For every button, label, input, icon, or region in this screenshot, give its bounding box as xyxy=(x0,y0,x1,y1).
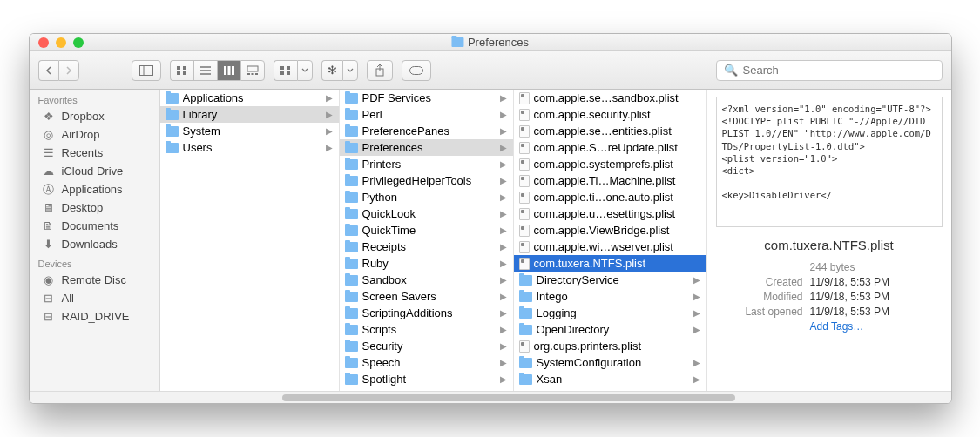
file-row[interactable]: OpenDirectory▶ xyxy=(514,321,706,338)
file-row[interactable]: com.tuxera.NTFS.plist xyxy=(514,255,706,272)
file-row[interactable]: com.apple.se…sandbox.plist xyxy=(514,90,706,106)
file-row[interactable]: Library▶ xyxy=(160,106,339,123)
file-row[interactable]: Screen Savers▶ xyxy=(340,288,513,305)
file-row[interactable]: PrivilegedHelperTools▶ xyxy=(340,172,513,189)
sidebar-item[interactable]: ⊟RAID_DRIVE xyxy=(30,307,159,326)
arrange-menu[interactable] xyxy=(274,60,313,81)
file-row[interactable]: com.apple.wi…wserver.plist xyxy=(514,239,706,255)
list-view-button[interactable] xyxy=(193,60,217,81)
file-row[interactable]: PDF Services▶ xyxy=(340,90,513,106)
add-tags-link[interactable]: Add Tags… xyxy=(810,320,864,333)
chevron-right-icon: ▶ xyxy=(326,143,335,152)
zoom-button[interactable] xyxy=(73,37,84,48)
sidebar-toggle-button[interactable] xyxy=(132,60,161,81)
svg-rect-14 xyxy=(251,73,253,75)
file-row[interactable]: QuickTime▶ xyxy=(340,222,513,239)
file-row[interactable]: Intego▶ xyxy=(514,288,706,305)
file-row[interactable]: Users▶ xyxy=(160,139,339,156)
plist-icon xyxy=(519,158,530,171)
file-row[interactable]: org.cups.printers.plist xyxy=(514,338,706,354)
file-row[interactable]: com.apple.S…reUpdate.plist xyxy=(514,139,706,156)
file-row[interactable]: Perl▶ xyxy=(340,106,513,123)
file-row[interactable]: Scripts▶ xyxy=(340,321,513,338)
folder-icon xyxy=(519,275,532,286)
tags-button[interactable] xyxy=(402,60,431,81)
file-row[interactable]: PreferencePanes▶ xyxy=(340,123,513,139)
file-row[interactable]: com.apple.security.plist xyxy=(514,106,706,123)
chevron-right-icon: ▶ xyxy=(500,341,510,351)
column-view-button[interactable] xyxy=(217,60,240,81)
file-row[interactable]: Sandbox▶ xyxy=(340,272,513,288)
plist-icon xyxy=(519,241,530,253)
opened-label: Last opened xyxy=(716,306,803,318)
chevron-right-icon: ▶ xyxy=(500,143,510,152)
horizontal-scrollbar[interactable] xyxy=(30,391,951,403)
file-row[interactable]: DirectoryService▶ xyxy=(514,272,706,288)
chevron-right-icon: ▶ xyxy=(500,126,510,136)
icon-view-button[interactable] xyxy=(170,60,193,81)
sidebar-item[interactable]: 🖥Desktop xyxy=(30,198,159,217)
chevron-right-icon: ▶ xyxy=(326,110,335,119)
chevron-right-icon: ▶ xyxy=(500,176,510,185)
file-row[interactable]: Preferences▶ xyxy=(340,139,513,156)
sidebar-item[interactable]: ☁iCloud Drive xyxy=(30,162,159,180)
modified-value: 11/9/18, 5:53 PM xyxy=(810,291,889,303)
window-title: Preferences xyxy=(451,36,529,49)
action-menu[interactable]: ✻ xyxy=(321,60,358,81)
forward-button[interactable] xyxy=(58,60,79,81)
minimize-button[interactable] xyxy=(56,37,66,48)
sidebar-item[interactable]: ☰Recents xyxy=(30,144,159,162)
file-row[interactable]: Ruby▶ xyxy=(340,255,513,272)
search-field[interactable]: 🔍 xyxy=(716,60,943,81)
sidebar: Favorites❖Dropbox◎AirDrop☰Recents☁iCloud… xyxy=(30,90,160,391)
sidebar-item[interactable]: ◎AirDrop xyxy=(30,125,159,144)
sidebar-item[interactable]: ❖Dropbox xyxy=(30,107,159,125)
file-row[interactable]: SystemConfiguration▶ xyxy=(514,354,706,371)
gallery-view-button[interactable] xyxy=(240,60,265,81)
file-row[interactable]: Python▶ xyxy=(340,189,513,205)
file-row[interactable]: ScriptingAdditions▶ xyxy=(340,305,513,321)
file-row[interactable]: Receipts▶ xyxy=(340,239,513,255)
folder-icon xyxy=(166,143,179,153)
file-name: ScriptingAdditions xyxy=(362,306,496,319)
file-row[interactable]: Applications▶ xyxy=(160,90,339,106)
chevron-right-icon: ▶ xyxy=(693,325,703,334)
file-row[interactable]: Logging▶ xyxy=(514,305,706,321)
file-name: Xsan xyxy=(537,373,689,386)
back-button[interactable] xyxy=(38,60,58,81)
scrollbar-thumb[interactable] xyxy=(282,394,735,401)
file-row[interactable]: QuickLook▶ xyxy=(340,205,513,222)
file-row[interactable]: Printers▶ xyxy=(340,156,513,172)
sidebar-item[interactable]: ⒶApplications xyxy=(30,180,159,198)
svg-rect-4 xyxy=(177,71,180,75)
file-row[interactable]: Xsan▶ xyxy=(514,371,706,387)
folder-icon xyxy=(519,358,532,368)
file-row[interactable]: System▶ xyxy=(160,123,339,139)
sidebar-item[interactable]: ⬇Downloads xyxy=(30,235,159,253)
file-row[interactable]: com.apple.se…entities.plist xyxy=(514,123,706,139)
svg-rect-10 xyxy=(227,66,230,75)
chevron-right-icon: ▶ xyxy=(693,358,703,367)
sidebar-item[interactable]: ◉Remote Disc xyxy=(30,271,159,289)
search-input[interactable] xyxy=(743,64,935,77)
file-row[interactable]: Spotlight▶ xyxy=(340,371,513,387)
close-button[interactable] xyxy=(38,37,49,48)
airdrop-icon: ◎ xyxy=(42,128,56,141)
file-row[interactable]: com.apple.systemprefs.plist xyxy=(514,156,706,172)
file-row[interactable]: com.apple.ViewBridge.plist xyxy=(514,222,706,239)
share-button[interactable] xyxy=(367,60,393,81)
cloud-icon: ☁ xyxy=(42,165,56,178)
svg-rect-11 xyxy=(232,66,234,75)
folder-icon xyxy=(345,341,358,352)
file-row[interactable]: com.apple.Ti…Machine.plist xyxy=(514,172,706,189)
file-row[interactable]: com.apple.ti…one.auto.plist xyxy=(514,189,706,205)
file-row[interactable]: Security▶ xyxy=(340,338,513,354)
folder-icon xyxy=(345,292,358,302)
file-row[interactable]: com.apple.u…esettings.plist xyxy=(514,205,706,222)
svg-rect-17 xyxy=(287,66,290,70)
sidebar-item[interactable]: ⊟All xyxy=(30,289,159,307)
sidebar-heading: Favorites xyxy=(30,90,159,107)
sidebar-item[interactable]: 🗎Documents xyxy=(30,217,159,235)
svg-rect-21 xyxy=(409,66,422,74)
file-row[interactable]: Speech▶ xyxy=(340,354,513,371)
